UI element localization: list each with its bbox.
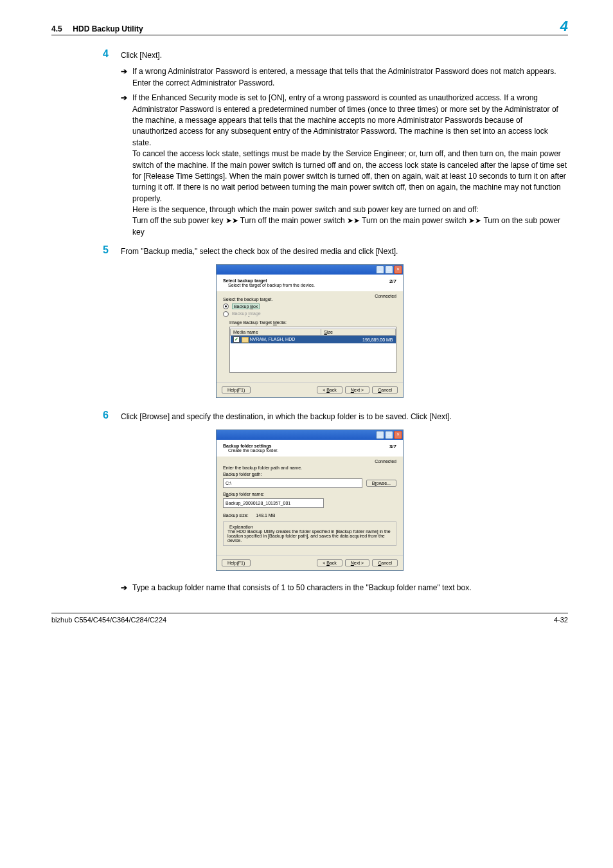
maximize-button[interactable]: □ [385,266,393,274]
explanation-box: Explanation The HDD Backup Utility creat… [223,521,396,546]
col-size: Size [321,329,396,336]
titlebar: _ □ × [217,265,403,275]
sub-text: Type a backup folder name that consists … [132,583,471,593]
section-title: HDD Backup Utility [73,24,143,33]
media-name-cell: NVRAM, FLASH, HDD [250,337,296,341]
step-text: Click [Next]. [121,48,162,61]
minimize-button[interactable]: _ [376,266,384,274]
name-input[interactable]: Backup_20090128_101357_001 [223,498,324,508]
path-label: Backup folder path: [223,472,396,476]
back-button[interactable]: < Back [317,559,342,566]
help-button[interactable]: Help(F1) [222,559,251,566]
step-number: 4 [103,48,121,61]
backup-folder-dialog: _ □ × Backup folder settings Create the … [216,429,404,571]
maximize-button[interactable]: □ [385,431,393,439]
wizard-step: 3/7 [389,444,396,453]
media-table[interactable]: Media name Size ✓NVRAM, FLASH, HDD 198,8… [229,327,396,373]
back-button[interactable]: < Back [317,386,342,393]
step-text: Click [Browse] and specify the destinati… [121,410,452,422]
folder-icon [242,337,249,343]
table-row[interactable]: ✓NVRAM, FLASH, HDD 198,889.00 MB [231,336,396,344]
size-value: 148.1 MB [256,513,275,518]
sub-text: If the Enhanced Security mode is set to … [132,93,568,238]
status-connected: Connected [375,294,396,298]
radio-label: Backup Box [232,303,260,309]
checkbox-icon[interactable]: ✓ [233,336,240,343]
help-button[interactable]: Help(F1) [222,386,251,393]
name-label: Backup folder name: [223,492,396,496]
chapter-badge: 4 [560,19,568,33]
dialog-subtitle: Create the backup folder. [228,448,278,453]
path-input[interactable]: C:\ [223,478,362,488]
sub-text: If a wrong Administrator Password is ent… [132,66,568,89]
page-header: 4.5 HDD Backup Utility 4 [51,19,568,35]
arrow-icon: ➔ [121,583,132,593]
radio-icon [223,311,229,317]
size-label: Backup size: [223,513,249,518]
status-connected: Connected [375,459,396,464]
page-footer: bizhub C554/C454/C364/C284/C224 4-32 [51,613,568,624]
next-button[interactable]: Next > [345,559,369,566]
radio-backup-box[interactable]: Backup Box [223,303,396,310]
media-label: Image Backup Target Media: [229,320,396,325]
close-button[interactable]: × [394,431,402,439]
step-text: From "Backup media," select the check bo… [121,244,398,257]
explanation-label: Explanation [227,525,255,529]
backup-target-dialog: _ □ × Select backup target Select the ta… [216,264,404,399]
radio-icon [223,303,229,309]
radio-backup-image[interactable]: Backup Image [223,311,396,317]
arrow-icon: ➔ [121,93,132,238]
browse-button[interactable]: Browse... [366,480,396,487]
col-media-name: Media name [231,329,321,336]
step-number: 6 [103,410,121,422]
cancel-button[interactable]: Cancel [372,559,398,566]
next-button[interactable]: Next > [345,386,369,393]
select-target-label: Select the backup target. [223,297,396,302]
wizard-step: 2/7 [389,278,396,287]
cancel-button[interactable]: Cancel [372,386,398,393]
step-number: 5 [103,244,121,257]
arrow-icon: ➔ [121,66,132,89]
explanation-text: The HDD Backup Utility creates the folde… [227,529,392,543]
section-number: 4.5 [51,24,62,33]
titlebar: _ □ × [217,430,403,440]
dialog-title: Backup folder settings [223,444,278,448]
media-size-cell: 198,889.00 MB [321,336,396,344]
dialog-title: Select backup target [223,278,315,283]
product-name: bizhub C554/C454/C364/C284/C224 [51,616,166,624]
radio-label: Backup Image [232,312,261,316]
minimize-button[interactable]: _ [376,431,384,439]
dialog-subtitle: Select the target of backup from the dev… [228,283,315,287]
enter-path-label: Enter the backup folder path and name. [223,466,396,470]
close-button[interactable]: × [394,266,402,274]
page-number: 4-32 [554,616,568,624]
